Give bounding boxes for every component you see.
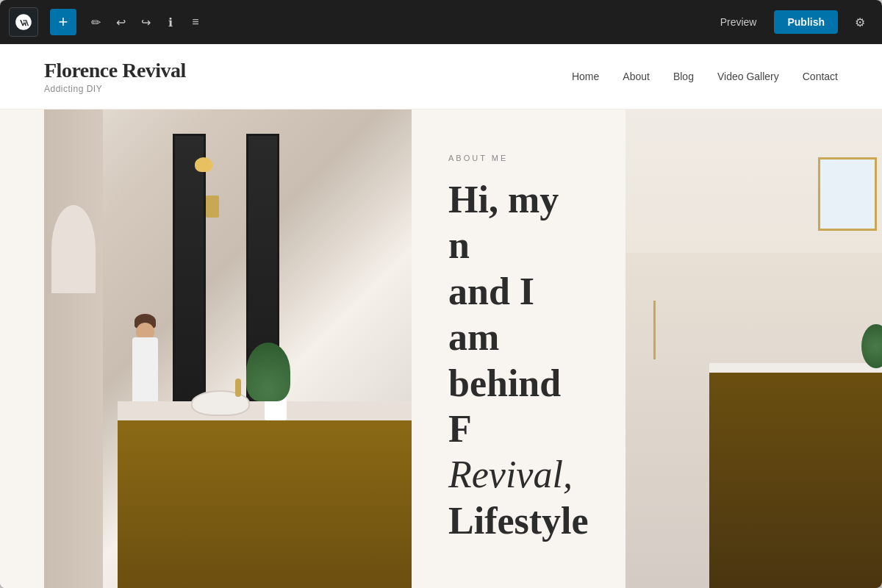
settings-icon-button[interactable]: ⚙ (847, 9, 873, 35)
arch-left-wall (44, 110, 103, 588)
site-preview: Florence Revival Addicting DIY Home Abou… (0, 44, 882, 588)
bathroom-right-image (625, 110, 882, 588)
faucet (235, 379, 241, 397)
publish-button[interactable]: Publish (774, 10, 838, 34)
site-nav: Home About Blog Video Gallery Contact (572, 71, 838, 82)
cabinet-right (709, 373, 882, 588)
list-tool-icon[interactable]: ≡ (185, 12, 206, 32)
site-title: Florence Revival (44, 59, 186, 82)
site-content: ABOUT ME Hi, my n and I am behind F Revi… (0, 110, 882, 588)
nav-blog[interactable]: Blog (673, 71, 694, 82)
toolbar-icons: ✏ ↩ ↪ ℹ ≡ (85, 12, 206, 32)
sink-bowl (191, 390, 250, 416)
bathroom-scene (44, 110, 412, 588)
heading-line1: Hi, my n (448, 179, 559, 266)
towel-bar (653, 301, 656, 359)
undo-tool-icon[interactable]: ↩ (110, 12, 131, 32)
site-tagline: Addicting DIY (44, 84, 186, 94)
wp-logo[interactable] (9, 7, 38, 37)
window-right (818, 157, 877, 231)
plant (246, 343, 290, 401)
wp-admin-bar: + ✏ ↩ ↪ ℹ ≡ Preview Publish ⚙ (0, 0, 882, 44)
sconce-light-top (195, 157, 212, 172)
about-label: ABOUT ME (448, 154, 589, 162)
vanity-cabinet (118, 420, 412, 588)
heading-line4: Revival, (448, 453, 573, 495)
about-heading: Hi, my n and I am behind F Revival, Life… (448, 177, 589, 544)
site-header: Florence Revival Addicting DIY Home Abou… (0, 44, 882, 110)
site-title-block: Florence Revival Addicting DIY (44, 59, 186, 94)
nav-about[interactable]: About (623, 71, 650, 82)
nav-contact[interactable]: Contact (803, 71, 838, 82)
pen-tool-icon[interactable]: ✏ (85, 12, 106, 32)
add-block-button[interactable]: + (50, 9, 76, 35)
about-section: ABOUT ME Hi, my n and I am behind F Revi… (412, 110, 625, 588)
heading-line3: behind F (448, 362, 561, 450)
preview-button[interactable]: Preview (709, 10, 769, 34)
info-tool-icon[interactable]: ℹ (160, 12, 181, 32)
arch-curve (51, 205, 96, 293)
nav-home[interactable]: Home (572, 71, 599, 82)
browser-window: + ✏ ↩ ↪ ℹ ≡ Preview Publish ⚙ Florence R… (0, 0, 882, 588)
nav-video-gallery[interactable]: Video Gallery (717, 71, 779, 82)
redo-tool-icon[interactable]: ↪ (135, 12, 156, 32)
photo-left (44, 110, 412, 588)
photo-right (625, 110, 882, 588)
bathroom-image (44, 110, 412, 588)
heading-line5: Lifestyle (448, 500, 589, 542)
sconce-fixture (206, 196, 219, 218)
heading-line2: and I am (448, 270, 534, 358)
